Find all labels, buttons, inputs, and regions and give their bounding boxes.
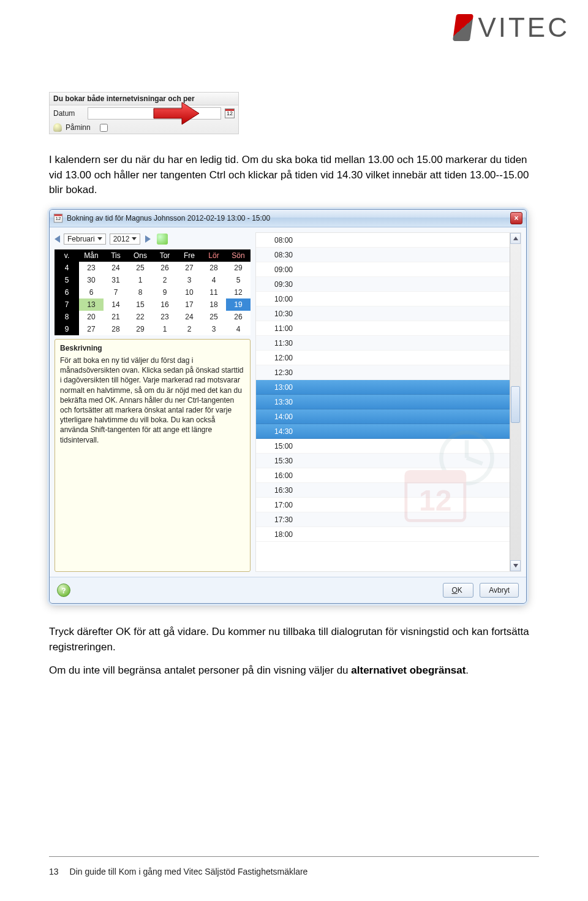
time-slot[interactable]: 09:00 bbox=[256, 262, 510, 277]
calendar-day[interactable]: 14 bbox=[104, 298, 128, 311]
paragraph-intro: I kalendern ser du när du har en ledig t… bbox=[49, 153, 539, 198]
calendar-header-cell: Ons bbox=[128, 249, 153, 262]
help-icon[interactable]: ? bbox=[57, 584, 70, 597]
scroll-up-button[interactable] bbox=[510, 233, 521, 244]
prev-month-button[interactable] bbox=[55, 235, 60, 243]
calendar-day[interactable]: 2 bbox=[177, 323, 202, 335]
time-slot[interactable]: 15:30 bbox=[256, 454, 510, 468]
calendar-day[interactable]: 1 bbox=[153, 323, 177, 335]
calendar-day[interactable]: 30 bbox=[79, 274, 104, 286]
ok-button[interactable]: OK bbox=[443, 583, 474, 598]
week-number: 4 bbox=[55, 262, 79, 274]
calendar-day[interactable]: 26 bbox=[226, 311, 251, 323]
time-slot[interactable]: 08:30 bbox=[256, 248, 510, 262]
calendar-day[interactable]: 3 bbox=[177, 274, 202, 286]
calendar-day[interactable]: 10 bbox=[177, 286, 202, 298]
cancel-button[interactable]: Avbryt bbox=[480, 583, 519, 598]
time-slot[interactable]: 10:30 bbox=[256, 306, 510, 321]
time-slot[interactable]: 16:30 bbox=[256, 483, 510, 498]
scroll-thumb[interactable] bbox=[511, 386, 520, 423]
calendar-day[interactable]: 3 bbox=[202, 323, 226, 335]
time-slot[interactable]: 11:30 bbox=[256, 336, 510, 351]
year-label: 2012 bbox=[113, 235, 130, 243]
time-slot[interactable]: 15:00 bbox=[256, 439, 510, 454]
calendar-day[interactable]: 27 bbox=[177, 262, 202, 274]
time-slot[interactable]: 14:00 bbox=[256, 409, 510, 424]
calendar-day[interactable]: 20 bbox=[79, 311, 104, 323]
scrollbar[interactable] bbox=[510, 233, 521, 571]
brand-name: VITEC bbox=[478, 12, 570, 43]
calendar-day[interactable]: 13 bbox=[79, 298, 104, 311]
paminn-checkbox[interactable] bbox=[100, 124, 108, 132]
body-text-after: Tryck därefter OK för att gå vidare. Du … bbox=[49, 625, 539, 679]
time-slot[interactable]: 12:00 bbox=[256, 351, 510, 365]
calendar-header-cell: Fre bbox=[177, 249, 202, 262]
calendar-day[interactable]: 23 bbox=[79, 262, 104, 274]
calendar-day[interactable]: 29 bbox=[128, 323, 153, 335]
calendar-day[interactable]: 8 bbox=[128, 286, 153, 298]
page-number: 13 bbox=[49, 867, 59, 876]
date-picker-snippet: Du bokar både internetvisningar och per … bbox=[49, 92, 239, 134]
calendar-day[interactable]: 24 bbox=[177, 311, 202, 323]
paragraph-ok: Tryck därefter OK för att gå vidare. Du … bbox=[49, 625, 539, 655]
snippet-title: Du bokar både internetvisningar och per bbox=[50, 93, 238, 105]
calendar-day[interactable]: 25 bbox=[128, 262, 153, 274]
week-number: 6 bbox=[55, 286, 79, 298]
calendar-day[interactable]: 15 bbox=[128, 298, 153, 311]
time-slot[interactable]: 18:00 bbox=[256, 527, 510, 542]
calendar-day[interactable]: 4 bbox=[226, 323, 251, 335]
calendar-day[interactable]: 27 bbox=[79, 323, 104, 335]
time-slot[interactable]: 17:00 bbox=[256, 498, 510, 512]
description-text: För att boka en ny tid väljer du först d… bbox=[60, 356, 244, 444]
calendar-day[interactable]: 31 bbox=[104, 274, 128, 286]
brand-logo: VITEC bbox=[454, 12, 570, 43]
time-slot[interactable]: 16:00 bbox=[256, 468, 510, 483]
calendar-day[interactable]: 12 bbox=[226, 286, 251, 298]
time-slot[interactable]: 13:30 bbox=[256, 395, 510, 409]
calendar-day[interactable]: 21 bbox=[104, 311, 128, 323]
calendar-day[interactable]: 24 bbox=[104, 262, 128, 274]
close-icon[interactable]: × bbox=[510, 212, 522, 224]
time-slot[interactable]: 10:00 bbox=[256, 292, 510, 306]
calendar-day[interactable]: 16 bbox=[153, 298, 177, 311]
calendar-day[interactable]: 1 bbox=[128, 274, 153, 286]
calendar-day[interactable]: 17 bbox=[177, 298, 202, 311]
calendar-day[interactable]: 7 bbox=[104, 286, 128, 298]
calendar-day[interactable]: 11 bbox=[202, 286, 226, 298]
calendar-day[interactable]: 4 bbox=[202, 274, 226, 286]
year-select[interactable]: 2012 bbox=[110, 234, 141, 245]
calendar-day[interactable]: 28 bbox=[104, 323, 128, 335]
calendar-day[interactable]: 29 bbox=[226, 262, 251, 274]
time-slot[interactable]: 08:00 bbox=[256, 233, 510, 248]
calendar-day[interactable]: 28 bbox=[202, 262, 226, 274]
time-slot[interactable]: 11:00 bbox=[256, 321, 510, 336]
calendar-day[interactable]: 19 bbox=[226, 298, 251, 311]
page-footer: 13 Din guide till Kom i gång med Vitec S… bbox=[49, 867, 307, 876]
calendar-day[interactable]: 22 bbox=[128, 311, 153, 323]
calendar-day[interactable]: 6 bbox=[79, 286, 104, 298]
time-slot[interactable]: 12:30 bbox=[256, 365, 510, 380]
time-slot[interactable]: 09:30 bbox=[256, 277, 510, 292]
footer-rule bbox=[49, 856, 539, 857]
time-slot[interactable]: 14:30 bbox=[256, 424, 510, 439]
calendar-day[interactable]: 9 bbox=[153, 286, 177, 298]
calendar-header-cell: Mån bbox=[79, 249, 104, 262]
next-month-button[interactable] bbox=[145, 235, 151, 243]
chevron-down-icon bbox=[97, 237, 102, 240]
time-slot[interactable]: 17:30 bbox=[256, 512, 510, 527]
refresh-icon[interactable] bbox=[157, 234, 168, 245]
time-slot[interactable]: 13:00 bbox=[256, 380, 510, 395]
calendar-day[interactable]: 5 bbox=[226, 274, 251, 286]
brand-mark bbox=[453, 14, 473, 41]
dialog-titlebar[interactable]: 12 Bokning av tid för Magnus Johnsson 20… bbox=[50, 210, 526, 227]
calendar-day[interactable]: 23 bbox=[153, 311, 177, 323]
scroll-down-button[interactable] bbox=[510, 560, 521, 571]
month-select[interactable]: Februari bbox=[64, 234, 106, 245]
calendar-day[interactable]: 2 bbox=[153, 274, 177, 286]
calendar-day[interactable]: 25 bbox=[202, 311, 226, 323]
calendar-day[interactable]: 18 bbox=[202, 298, 226, 311]
calendar-day[interactable]: 26 bbox=[153, 262, 177, 274]
datum-label: Datum bbox=[53, 109, 84, 118]
calendar-icon[interactable]: 12 bbox=[225, 108, 235, 118]
scroll-track[interactable] bbox=[510, 244, 521, 560]
